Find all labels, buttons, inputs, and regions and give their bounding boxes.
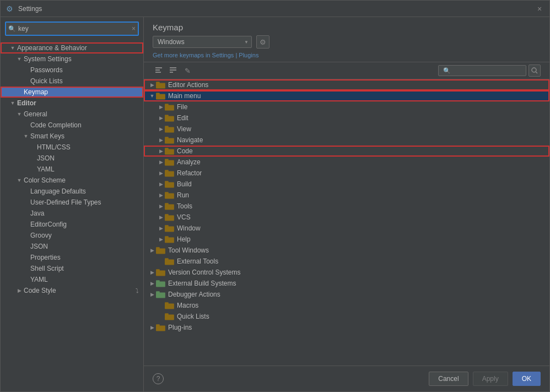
sidebar-item-color-scheme[interactable]: ▼ Color Scheme [1, 175, 143, 186]
plugins-link[interactable]: Plugins [239, 52, 258, 58]
svg-rect-14 [165, 116, 174, 122]
search-clear-icon[interactable]: × [132, 25, 136, 33]
chevron-right-icon: ▶ [148, 280, 156, 287]
sidebar-item-java[interactable]: ▶ Java [1, 208, 143, 219]
folder-icon [165, 213, 175, 221]
chevron-right-icon: ▶ [157, 158, 165, 166]
sidebar-item-passwords[interactable]: ▶ Passwords [1, 65, 143, 76]
tree-item-external-build-systems[interactable]: ▶ External Build Systems [144, 278, 549, 289]
sidebar-item-user-defined[interactable]: ▶ User-Defined File Types [1, 197, 143, 208]
svg-rect-45 [156, 280, 160, 282]
folder-icon [165, 302, 175, 309]
sidebar-item-editor[interactable]: ▼ Editor [1, 98, 143, 109]
sidebar-item-label: JSON [37, 154, 55, 162]
sidebar-item-language-defaults[interactable]: ▶ Language Defaults [1, 186, 143, 197]
tree-item-plug-ins[interactable]: ▶ Plug-ins [144, 322, 549, 333]
tree-item-editor-actions[interactable]: ▶ Editor Actions [144, 79, 549, 90]
chevron-down-icon: ▼ [9, 100, 16, 106]
tree-item-code[interactable]: ▶ Code [144, 146, 549, 157]
sidebar-item-quick-lists[interactable]: ▶ Quick Lists [1, 76, 143, 87]
tree-item-tools[interactable]: ▶ Tools [144, 201, 549, 212]
svg-rect-4 [170, 69, 176, 71]
sidebar-item-groovy[interactable]: ▶ Groovy [1, 230, 143, 241]
chevron-right-icon: ▶ [157, 202, 165, 210]
svg-rect-19 [165, 137, 169, 138]
svg-rect-3 [170, 67, 176, 68]
settings-link[interactable]: Get more keymaps in Settings [153, 52, 234, 58]
sidebar-item-shell-script[interactable]: ▶ Shell Script [1, 263, 143, 274]
tree-item-macros[interactable]: ▶ Macros [144, 300, 549, 311]
svg-rect-36 [165, 238, 174, 243]
svg-rect-31 [165, 203, 169, 205]
tree-item-main-menu[interactable]: ▼ Main menu [144, 90, 549, 101]
sidebar-item-properties[interactable]: ▶ Properties [1, 252, 143, 263]
sidebar-item-code-completion[interactable]: ▶ Code Completion [1, 120, 143, 131]
sidebar-item-editorconfig[interactable]: ▶ EditorConfig [1, 219, 143, 230]
search-options-button[interactable] [529, 65, 541, 77]
sidebar-item-yaml2[interactable]: ▶ YAML [1, 274, 143, 285]
tree-item-tool-windows[interactable]: ▶ Tool Windows [144, 245, 549, 256]
tree-item-quick-lists[interactable]: ▶ Quick Lists [144, 311, 549, 322]
folder-icon [165, 125, 175, 133]
sidebar-item-label: YAML [30, 276, 48, 283]
close-button[interactable]: × [535, 4, 544, 13]
tree-item-label: Run [177, 191, 189, 199]
apply-button[interactable]: Apply [473, 372, 508, 386]
tree-item-edit[interactable]: ▶ Edit [144, 112, 549, 123]
tree-item-file[interactable]: ▶ File [144, 101, 549, 112]
tree-item-vcs[interactable]: ▶ VCS [144, 212, 549, 223]
cancel-button[interactable]: Cancel [429, 372, 468, 386]
tree-item-build[interactable]: ▶ Build [144, 179, 549, 190]
tree-item-debugger-actions[interactable]: ▶ Debugger Actions [144, 289, 549, 300]
keymap-select[interactable]: Windows Mac OS X Linux Default [153, 36, 252, 48]
tree-item-help[interactable]: ▶ Help [144, 234, 549, 245]
tree-item-label: External Tools [177, 257, 218, 265]
sidebar-item-json[interactable]: ▶ JSON [1, 153, 143, 164]
keymap-search-input[interactable] [438, 65, 526, 76]
sidebar-item-system-settings[interactable]: ▼ System Settings [1, 53, 143, 65]
tree-item-analyze[interactable]: ▶ Analyze [144, 157, 549, 168]
tree-item-refactor[interactable]: ▶ Refactor [144, 168, 549, 179]
code-style-action-icon[interactable]: ⤵ [136, 287, 139, 294]
settings-dialog: ⚙ Settings × 🔍 × ▼ Appearance & Behavior [0, 0, 550, 392]
folder-icon [156, 81, 166, 89]
chevron-right-icon: ▶ [157, 125, 165, 133]
chevron-right-icon: ▶ [157, 136, 165, 144]
sidebar-item-json2[interactable]: ▶ JSON [1, 241, 143, 252]
tree-item-version-control-systems[interactable]: ▶ Version Control Systems [144, 267, 549, 278]
tree-item-external-tools[interactable]: ▶ External Tools [144, 256, 549, 267]
help-button[interactable]: ? [153, 373, 164, 384]
svg-rect-51 [165, 313, 169, 315]
sidebar-item-code-style[interactable]: ▶ Code Style ⤵ [1, 285, 143, 296]
tree-item-view[interactable]: ▶ View [144, 123, 549, 135]
ok-button[interactable]: OK [513, 372, 541, 386]
chevron-right-icon: ▶ [157, 103, 165, 111]
tree-item-label: External Build Systems [168, 280, 236, 287]
sidebar-item-label: Quick Lists [30, 77, 63, 85]
sidebar-item-general[interactable]: ▼ General [1, 109, 143, 120]
svg-line-7 [536, 72, 537, 73]
collapse-all-button[interactable] [167, 65, 179, 77]
svg-rect-16 [165, 127, 174, 133]
search-input[interactable] [5, 22, 139, 36]
gear-button[interactable]: ⚙ [256, 35, 269, 49]
sidebar-item-html-css[interactable]: ▶ HTML/CSS [1, 142, 143, 153]
sidebar-item-appearance-behavior[interactable]: ▼ Appearance & Behavior [1, 42, 143, 53]
svg-rect-37 [165, 236, 169, 238]
sidebar-item-yaml[interactable]: ▶ YAML [1, 164, 143, 175]
sidebar-item-label: General [24, 110, 47, 118]
tree-item-navigate[interactable]: ▶ Navigate [144, 135, 549, 146]
special-folder-icon [156, 280, 166, 287]
svg-rect-38 [156, 249, 165, 254]
edit-button[interactable]: ✎ [181, 65, 193, 77]
svg-rect-22 [165, 160, 174, 166]
svg-rect-15 [165, 115, 169, 116]
folder-icon [165, 180, 175, 188]
tree-item-label: Edit [177, 114, 188, 122]
sidebar-item-keymap[interactable]: ▶ Keymap [1, 87, 143, 98]
tree-item-window[interactable]: ▶ Window [144, 223, 549, 234]
sidebar-item-smart-keys[interactable]: ▼ Smart Keys [1, 131, 143, 142]
tree-item-run[interactable]: ▶ Run [144, 190, 549, 201]
expand-all-button[interactable] [153, 65, 165, 77]
sidebar-item-label: Groovy [30, 232, 52, 239]
